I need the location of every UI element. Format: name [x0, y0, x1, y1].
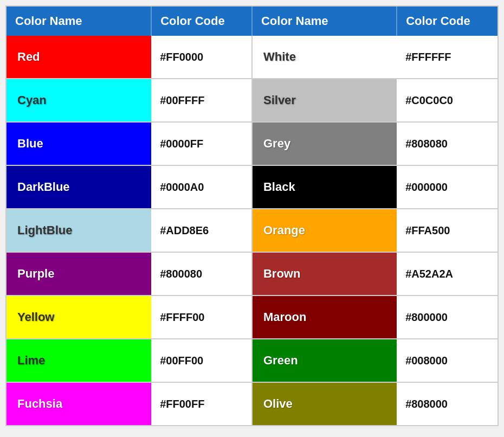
right-color-cell-1: Silver: [252, 79, 397, 122]
header-row: Color Name Color Code Color Name Color C…: [7, 7, 497, 36]
table-row: LightBlue#ADD8E6Orange#FFA500: [7, 209, 497, 252]
right-color-cell-0: White: [252, 36, 397, 79]
right-color-cell-5: Brown: [252, 252, 397, 295]
left-color-name-5: Purple: [7, 253, 151, 295]
left-color-cell-2: Blue: [7, 122, 151, 165]
table-row: Fuchsia#FF00FFOlive#808000: [7, 382, 497, 425]
right-color-cell-8: Olive: [252, 382, 397, 425]
left-color-cell-6: Yellow: [7, 295, 151, 339]
right-color-name-5: Brown: [253, 253, 397, 295]
left-color-name-1: Cyan: [7, 79, 151, 121]
right-color-code-1: #C0C0C0: [397, 79, 497, 122]
left-color-cell-7: Lime: [7, 339, 151, 382]
left-color-cell-5: Purple: [7, 252, 151, 295]
right-color-name-2: Grey: [253, 123, 397, 165]
left-color-name-2: Blue: [7, 123, 151, 165]
left-color-code-4: #ADD8E6: [151, 209, 252, 252]
right-color-name-6: Maroon: [253, 296, 397, 338]
header-col1: Color Name: [7, 7, 151, 36]
left-color-name-0: Red: [7, 36, 151, 78]
right-color-cell-7: Green: [252, 339, 397, 382]
left-color-name-6: Yellow: [7, 296, 151, 338]
left-color-code-3: #0000A0: [151, 165, 252, 209]
left-color-code-1: #00FFFF: [151, 79, 252, 122]
right-color-code-5: #A52A2A: [397, 252, 497, 295]
right-color-name-1: Silver: [253, 79, 397, 121]
right-color-code-8: #808000: [397, 382, 497, 425]
table-row: Purple#800080Brown#A52A2A: [7, 252, 497, 295]
right-color-name-3: Black: [253, 166, 397, 208]
right-color-cell-6: Maroon: [252, 295, 397, 339]
right-color-cell-3: Black: [252, 165, 397, 209]
table-row: Yellow#FFFF00Maroon#800000: [7, 295, 497, 339]
left-color-cell-3: DarkBlue: [7, 165, 151, 209]
right-color-code-6: #800000: [397, 295, 497, 339]
color-table: Color Name Color Code Color Name Color C…: [7, 7, 497, 425]
table-row: Lime#00FF00Green#008000: [7, 339, 497, 382]
right-color-cell-2: Grey: [252, 122, 397, 165]
right-color-code-2: #808080: [397, 122, 497, 165]
header-col4: Color Code: [397, 7, 497, 36]
left-color-cell-8: Fuchsia: [7, 382, 151, 425]
right-color-name-0: White: [253, 36, 397, 78]
left-color-name-4: LightBlue: [7, 209, 151, 252]
right-color-name-4: Orange: [253, 209, 397, 252]
left-color-name-7: Lime: [7, 339, 151, 382]
table-row: Red#FF0000White#FFFFFF: [7, 36, 497, 79]
left-color-cell-1: Cyan: [7, 79, 151, 122]
left-color-name-3: DarkBlue: [7, 166, 151, 208]
right-color-cell-4: Orange: [252, 209, 397, 252]
header-col2: Color Code: [151, 7, 252, 36]
left-color-code-7: #00FF00: [151, 339, 252, 382]
table-row: DarkBlue#0000A0Black#000000: [7, 165, 497, 209]
left-color-cell-4: LightBlue: [7, 209, 151, 252]
right-color-code-4: #FFA500: [397, 209, 497, 252]
left-color-cell-0: Red: [7, 36, 151, 79]
right-color-code-0: #FFFFFF: [397, 36, 497, 79]
left-color-code-2: #0000FF: [151, 122, 252, 165]
right-color-name-8: Olive: [253, 383, 397, 425]
table-row: Cyan#00FFFFSilver#C0C0C0: [7, 79, 497, 122]
left-color-code-5: #800080: [151, 252, 252, 295]
right-color-name-7: Green: [253, 339, 397, 382]
right-color-code-7: #008000: [397, 339, 497, 382]
left-color-code-0: #FF0000: [151, 36, 252, 79]
color-table-wrapper: Color Name Color Code Color Name Color C…: [5, 5, 499, 426]
left-color-code-8: #FF00FF: [151, 382, 252, 425]
right-color-code-3: #000000: [397, 165, 497, 209]
left-color-name-8: Fuchsia: [7, 383, 151, 425]
table-row: Blue#0000FFGrey#808080: [7, 122, 497, 165]
left-color-code-6: #FFFF00: [151, 295, 252, 339]
header-col3: Color Name: [252, 7, 397, 36]
